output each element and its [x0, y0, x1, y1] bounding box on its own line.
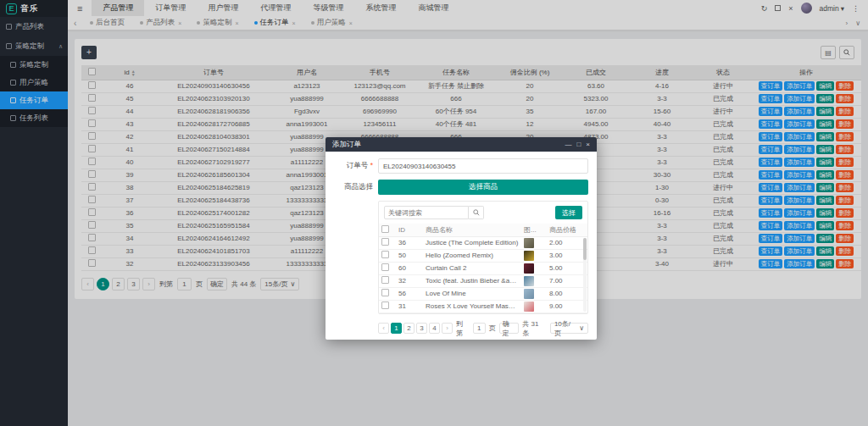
per-page-select[interactable]: 10条/页∨	[550, 323, 588, 334]
product-column-header: 图...	[521, 224, 547, 236]
minimize-icon[interactable]: —	[565, 141, 571, 148]
modal-title: 添加订单	[332, 140, 361, 150]
modal-body: 订单号 * 商品选择 选择商品 选择 ID商品名称图...商品价格 36Just…	[326, 152, 597, 343]
pager-page-button[interactable]: 1	[391, 323, 402, 334]
select-product-button[interactable]: 选择商品	[378, 180, 588, 195]
pager-prev-button[interactable]: ‹	[378, 323, 389, 334]
cell-product-image	[521, 300, 547, 313]
select-all-checkbox[interactable]	[381, 225, 389, 233]
cell-product-image	[521, 249, 547, 262]
pager-total-label: 共 31 条	[522, 319, 547, 338]
product-row: 31Roses X Love Yourself Mashup9.00	[379, 300, 587, 313]
modal-window-controls: — □ ×	[565, 141, 590, 148]
product-scrollbar[interactable]	[583, 238, 587, 312]
product-table-body: 36Justice (The Complete Edition)2.0050He…	[379, 236, 587, 313]
order-no-label-text: 订单号	[347, 161, 369, 169]
product-column-header: 商品价格	[547, 224, 587, 236]
album-thumbnail	[524, 289, 534, 299]
row-checkbox-cell	[379, 236, 396, 249]
row-checkbox-cell	[379, 287, 396, 300]
row-checkbox[interactable]	[381, 263, 389, 271]
product-table: ID商品名称图...商品价格 36Justice (The Complete E…	[379, 224, 587, 313]
cell-product-price: 3.00	[547, 249, 587, 262]
row-checkbox[interactable]	[381, 238, 389, 246]
row-checkbox-cell	[379, 300, 396, 313]
cell-product-id: 56	[396, 287, 423, 300]
header-checkbox-cell	[379, 224, 396, 236]
pager-page-suffix-label: 页	[489, 324, 496, 333]
per-page-label: 10条/页	[554, 319, 576, 338]
row-checkbox-cell	[379, 274, 396, 287]
cell-product-name: Hello (Zoomed Remix)	[423, 249, 521, 262]
product-row: 56Love Of Mine8.00	[379, 287, 587, 300]
product-header-row: ID商品名称图...商品价格	[379, 224, 587, 236]
product-row: 36Justice (The Complete Edition)2.00	[379, 236, 587, 249]
row-checkbox[interactable]	[381, 289, 389, 296]
product-select-label: 商品选择	[334, 182, 378, 192]
album-thumbnail	[524, 276, 534, 286]
cell-product-id: 60	[396, 262, 423, 274]
pager-jump-input[interactable]	[473, 323, 486, 334]
order-no-input[interactable]	[378, 158, 588, 174]
row-checkbox-cell	[379, 262, 396, 274]
cell-product-name: Justice (The Complete Edition)	[423, 236, 521, 249]
product-picker: 选择 ID商品名称图...商品价格 36Justice (The Complet…	[378, 201, 588, 314]
product-pagination: ‹1234›到第页确定共 31 条10条/页∨	[378, 319, 588, 338]
keyword-search-input[interactable]	[384, 206, 469, 219]
cell-product-name: Roses X Love Yourself Mashup	[423, 300, 521, 313]
pager-page-button[interactable]: 2	[403, 323, 415, 334]
cell-product-price: 7.00	[547, 274, 587, 287]
pager-jump-label: 到第	[456, 319, 470, 338]
product-row: 50Hello (Zoomed Remix)3.00	[379, 249, 587, 262]
album-thumbnail	[524, 263, 534, 274]
modal-titlebar: 添加订单 — □ ×	[326, 137, 597, 152]
picker-toolbar: 选择	[379, 202, 587, 224]
cell-product-image	[521, 262, 547, 274]
album-thumbnail	[524, 251, 534, 261]
cell-product-image	[521, 287, 547, 300]
cell-product-image	[521, 236, 547, 249]
select-button[interactable]: 选择	[555, 206, 582, 219]
pager-next-button[interactable]: ›	[442, 323, 453, 334]
keyword-search-button[interactable]	[469, 206, 484, 219]
product-row: 32Toxic (feat. Justin Bieber &amp; Bi...…	[379, 274, 587, 287]
cell-product-name: Love Of Mine	[423, 287, 521, 300]
product-column-header: 商品名称	[423, 224, 521, 236]
modal-close-icon[interactable]: ×	[586, 141, 590, 148]
row-checkbox[interactable]	[381, 276, 389, 284]
cell-product-image	[521, 274, 547, 287]
pager-page-button[interactable]: 4	[429, 323, 440, 334]
order-no-label: 订单号 *	[334, 161, 378, 171]
row-checkbox-cell	[379, 249, 396, 262]
row-checkbox[interactable]	[381, 251, 389, 258]
pager-confirm-button[interactable]: 确定	[499, 323, 520, 334]
cell-product-price: 2.00	[547, 236, 587, 249]
cell-product-price: 9.00	[547, 300, 587, 313]
page: E 音乐 产品列表策略定制∧策略定制用户策略任务订单任务列表 ≡ 产品管理订单管…	[0, 0, 868, 426]
chevron-down-icon: ∨	[579, 324, 584, 332]
restore-icon[interactable]: □	[576, 141, 581, 148]
cell-product-id: 50	[396, 249, 423, 262]
row-checkbox[interactable]	[381, 302, 389, 309]
cell-product-id: 36	[396, 236, 423, 249]
cell-product-name: Toxic (feat. Justin Bieber &amp; Bi...	[423, 274, 521, 287]
pager-page-button[interactable]: 3	[416, 323, 427, 334]
cell-product-price: 5.00	[547, 262, 587, 274]
product-row: 60Curtain Call 25.00	[379, 262, 587, 274]
scrollbar-thumb[interactable]	[583, 238, 587, 260]
cell-product-name: Curtain Call 2	[423, 262, 521, 274]
search-icon	[473, 209, 480, 216]
order-no-row: 订单号 *	[334, 158, 588, 174]
album-thumbnail	[524, 238, 534, 248]
product-table-head: ID商品名称图...商品价格	[379, 224, 587, 236]
album-thumbnail	[524, 302, 534, 312]
cell-product-id: 32	[396, 274, 423, 287]
required-asterisk: *	[370, 161, 373, 169]
product-column-header: ID	[396, 224, 423, 236]
add-order-modal: 添加订单 — □ × 订单号 * 商品选择 选择商品	[326, 137, 597, 340]
product-select-row: 商品选择 选择商品	[334, 180, 588, 195]
cell-product-id: 31	[396, 300, 423, 313]
cell-product-price: 8.00	[547, 287, 587, 300]
